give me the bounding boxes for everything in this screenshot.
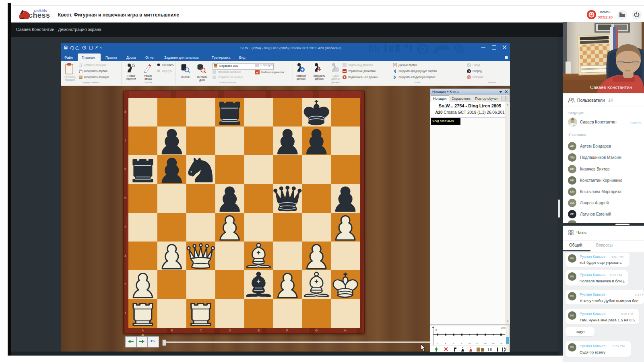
svg-text:12: 12: [476, 342, 479, 345]
svg-text:8: 8: [461, 342, 462, 345]
svg-text:2: 2: [437, 342, 438, 345]
svg-text:14: 14: [484, 342, 487, 345]
svg-text:Саваев Константин: Саваев Константин: [590, 85, 632, 90]
svg-text:6: 6: [453, 342, 454, 345]
svg-text:16: 16: [492, 342, 495, 345]
svg-text:10: 10: [468, 342, 471, 345]
svg-text:0: 0: [436, 329, 437, 331]
svg-text:4: 4: [445, 342, 446, 345]
svg-text:18: 18: [500, 342, 502, 345]
